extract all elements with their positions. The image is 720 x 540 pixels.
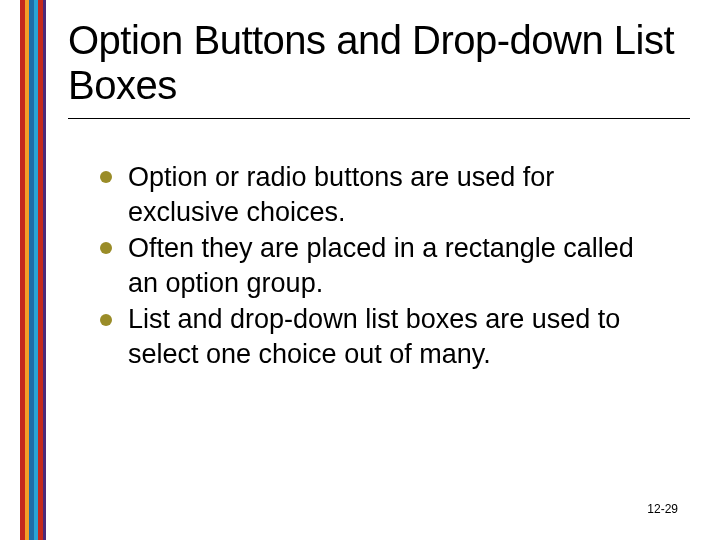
bullet-text: List and drop-down list boxes are used t… — [128, 304, 620, 369]
body-block: Option or radio buttons are used for exc… — [100, 160, 670, 373]
bullet-item: Often they are placed in a rectangle cal… — [100, 231, 670, 300]
slide: Option Buttons and Drop-down List Boxes … — [0, 0, 720, 540]
bullet-text: Often they are placed in a rectangle cal… — [128, 233, 634, 298]
bullet-text: Option or radio buttons are used for exc… — [128, 162, 554, 227]
accent-bar — [20, 0, 46, 540]
slide-title: Option Buttons and Drop-down List Boxes — [68, 18, 690, 108]
bullet-item: Option or radio buttons are used for exc… — [100, 160, 670, 229]
title-block: Option Buttons and Drop-down List Boxes — [68, 18, 690, 127]
accent-stripe — [43, 0, 46, 540]
title-underline — [68, 118, 690, 119]
slide-number: 12-29 — [647, 502, 678, 516]
bullet-icon — [100, 242, 112, 254]
bullet-icon — [100, 314, 112, 326]
bullet-icon — [100, 171, 112, 183]
bullet-item: List and drop-down list boxes are used t… — [100, 302, 670, 371]
